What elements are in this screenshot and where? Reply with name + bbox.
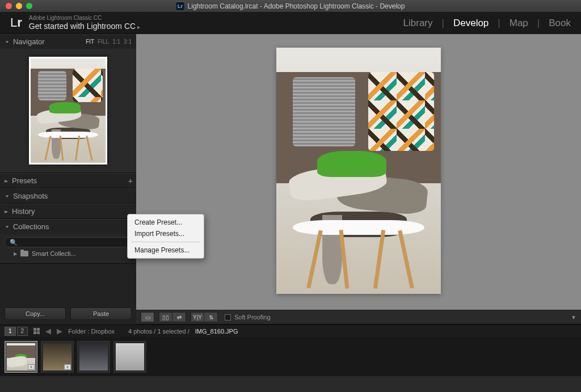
before-after-swap-button[interactable]: ⇄: [172, 312, 186, 322]
presets-label: Presets: [12, 176, 37, 185]
panel-header-presets[interactable]: ▶ Presets +: [0, 173, 136, 188]
menu-import-presets[interactable]: Import Presets...: [128, 228, 204, 239]
filmstrip-filename: IMG_8160.JPG: [195, 328, 238, 335]
add-preset-button[interactable]: +: [128, 176, 133, 186]
disclosure-icon: ▼: [5, 225, 10, 229]
navigator-zoom-options: FIT FILL 1:1 3:1: [86, 39, 132, 45]
filmstrip-info-bar: 1 2 ◀ ▶ Folder : Dropbox 4 photos / 1 se…: [0, 324, 581, 337]
module-book[interactable]: Book: [549, 18, 571, 29]
minimize-window-button[interactable]: [16, 3, 22, 9]
soft-proofing-label: Soft Proofing: [234, 314, 271, 321]
filmstrip-thumb[interactable]: ±: [5, 341, 37, 373]
panel-header-navigator[interactable]: ▼ Navigator FIT FILL 1:1 3:1: [0, 34, 136, 49]
secondary-monitor-tabs: 1 2: [5, 327, 28, 336]
adjustments-badge-icon: ±: [64, 364, 71, 370]
grid-view-icon[interactable]: [33, 328, 40, 334]
copy-paste-bar: Copy... Paste: [0, 303, 136, 324]
toolbar-expand-button[interactable]: ▼: [571, 314, 576, 321]
nav-fill[interactable]: FILL: [98, 39, 109, 45]
monitor-2[interactable]: 2: [17, 327, 28, 336]
before-after-tb-swap-button[interactable]: ⇅: [204, 312, 218, 322]
copy-button[interactable]: Copy...: [5, 307, 66, 320]
module-tabs: Library | Develop | Map | Book: [403, 18, 571, 29]
nav-ratio[interactable]: 3:1: [124, 39, 132, 45]
paste-button[interactable]: Paste: [70, 307, 132, 320]
search-icon: 🔍: [10, 239, 18, 246]
next-folder-button[interactable]: ▶: [57, 327, 62, 335]
disclosure-icon: ▶: [5, 179, 9, 183]
disclosure-icon: ▶: [14, 251, 17, 256]
prev-folder-button[interactable]: ◀: [45, 327, 51, 335]
nav-fit[interactable]: FIT: [86, 39, 94, 45]
panel-header-history[interactable]: ▶ History: [0, 204, 136, 218]
window-title: Lr Lightroom Catalog.lrcat - Adobe Photo…: [176, 2, 405, 10]
module-develop[interactable]: Develop: [453, 18, 489, 29]
collections-search[interactable]: 🔍: [5, 237, 132, 247]
loupe-view-button[interactable]: ▭: [141, 312, 154, 322]
checkbox-icon: [225, 314, 231, 321]
collection-label: Smart Collecti...: [32, 250, 76, 257]
nav-1to1[interactable]: 1:1: [112, 39, 120, 45]
collection-item-smart[interactable]: ▶ Smart Collecti...: [5, 247, 132, 260]
disclosure-icon: ▼: [5, 40, 10, 44]
menu-manage-presets[interactable]: Manage Presets...: [128, 245, 204, 256]
window-controls: [0, 3, 32, 9]
snapshots-label: Snapshots: [13, 192, 48, 200]
yy-toggle: Y|Y ⇅: [191, 312, 218, 322]
brand: Lr Adobe Lightroom Classic CC Get starte…: [10, 15, 140, 31]
before-after-tb-button[interactable]: Y|Y: [191, 312, 204, 322]
filmstrip-count: 4 photos / 1 selected /: [128, 328, 190, 335]
loupe-view-toggle: ▭: [141, 312, 154, 322]
disclosure-icon: ▼: [5, 194, 10, 198]
logo: Lr: [10, 15, 22, 30]
before-after-lr-button[interactable]: ▯▯: [159, 312, 172, 322]
develop-toolbar: ▭ ▯▯ ⇄ Y|Y ⇅ Soft Proofing ▼: [136, 310, 581, 324]
history-label: History: [12, 207, 35, 216]
workspace: ▼ Navigator FIT FILL 1:1 3:1: [0, 34, 581, 324]
header: Lr Adobe Lightroom Classic CC Get starte…: [0, 12, 581, 34]
panel-navigator: ▼ Navigator FIT FILL 1:1 3:1: [0, 34, 136, 173]
title-text: Lightroom Catalog.lrcat - Adobe Photosho…: [188, 2, 405, 10]
folder-icon: [20, 251, 28, 256]
filmstrip[interactable]: ± ±: [0, 337, 581, 376]
module-library[interactable]: Library: [403, 18, 433, 29]
collections-label: Collections: [13, 222, 49, 231]
menu-create-preset[interactable]: Create Preset...: [128, 217, 204, 228]
module-map[interactable]: Map: [510, 18, 528, 29]
app-icon: Lr: [176, 2, 184, 10]
panel-header-collections[interactable]: ▼ Collections +: [0, 219, 136, 234]
navigator-label: Navigator: [13, 37, 45, 46]
brand-subtitle: Adobe Lightroom Classic CC: [29, 15, 140, 22]
panel-header-snapshots[interactable]: ▼ Snapshots: [0, 188, 136, 203]
soft-proofing-toggle[interactable]: Soft Proofing: [225, 314, 271, 321]
filmstrip-thumb[interactable]: ±: [41, 341, 74, 373]
filmstrip-source[interactable]: Folder : Dropbox: [68, 328, 115, 335]
filmstrip-thumb[interactable]: [113, 341, 146, 373]
left-panel: ▼ Navigator FIT FILL 1:1 3:1: [0, 34, 136, 324]
menu-divider: [131, 242, 200, 242]
presets-context-menu: Create Preset... Import Presets... Manag…: [127, 214, 204, 259]
filmstrip-thumb[interactable]: [77, 341, 110, 373]
main-preview[interactable]: [136, 34, 581, 310]
monitor-1[interactable]: 1: [5, 327, 16, 336]
disclosure-icon: ▶: [5, 209, 9, 213]
navigator-preview[interactable]: [0, 49, 136, 172]
zoom-window-button[interactable]: [26, 3, 32, 9]
before-after-toggle: ▯▯ ⇄: [159, 312, 186, 322]
titlebar: Lr Lightroom Catalog.lrcat - Adobe Photo…: [0, 0, 581, 12]
close-window-button[interactable]: [6, 3, 12, 9]
brand-title[interactable]: Get started with Lightroom CC: [29, 22, 140, 31]
adjustments-badge-icon: ±: [28, 364, 35, 370]
